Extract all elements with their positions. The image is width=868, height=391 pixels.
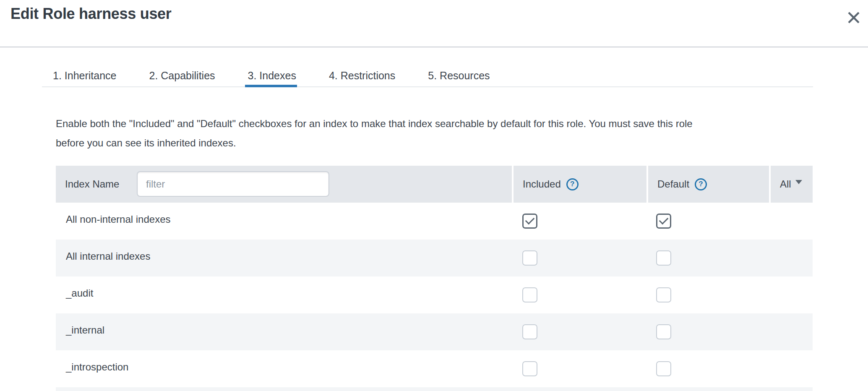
index-name: _audit <box>66 288 93 299</box>
default-checkbox[interactable] <box>656 361 671 376</box>
default-header-label: Default <box>657 178 689 190</box>
included-help-icon[interactable]: ? <box>566 178 579 190</box>
table-row: _audit <box>56 276 813 313</box>
tab-indexes[interactable]: 3. Indexes <box>248 70 296 86</box>
default-help-icon[interactable]: ? <box>695 178 707 190</box>
close-button[interactable] <box>845 9 863 28</box>
description-line: before you can see its inherited indexes… <box>56 133 693 153</box>
included-checkbox[interactable] <box>522 361 537 376</box>
close-icon <box>847 11 860 26</box>
all-dropdown[interactable]: All <box>771 166 813 203</box>
table-body: All non-internal indexesAll internal ind… <box>56 203 813 391</box>
description: Enable both the "Included" and "Default"… <box>56 114 693 153</box>
default-checkbox[interactable] <box>656 250 671 266</box>
description-line: Enable both the "Included" and "Default"… <box>56 114 693 133</box>
included-checkbox[interactable] <box>522 324 537 339</box>
modal-title: Edit Role harness user <box>10 5 172 23</box>
index-name: All non-internal indexes <box>66 214 170 225</box>
filter-input[interactable] <box>137 171 329 197</box>
header-cell-included: Included ? <box>514 166 646 203</box>
caret-down-icon <box>795 180 802 184</box>
header-cell-index-name: Index Name <box>56 166 512 203</box>
table-header: Index Name Included ? Default ? All <box>56 166 813 203</box>
table-row <box>56 387 813 391</box>
all-dropdown-label: All <box>780 178 791 190</box>
table-row: All non-internal indexes <box>56 203 813 240</box>
index-name: _introspection <box>66 362 128 373</box>
tab-capabilities[interactable]: 2. Capabilities <box>149 70 215 86</box>
table-row: _internal <box>56 313 813 350</box>
tab-restrictions[interactable]: 4. Restrictions <box>329 70 395 86</box>
included-checkbox[interactable] <box>522 214 537 229</box>
included-header-label: Included <box>523 178 561 190</box>
tab-bar: 1. Inheritance2. Capabilities3. Indexes4… <box>53 70 490 86</box>
included-checkbox[interactable] <box>522 250 537 266</box>
index-name: _internal <box>66 325 104 336</box>
default-checkbox[interactable] <box>656 287 671 302</box>
included-checkbox[interactable] <box>522 287 537 302</box>
default-checkbox[interactable] <box>656 214 671 229</box>
header-divider <box>0 47 868 47</box>
indexes-table: Index Name Included ? Default ? All All … <box>56 166 813 391</box>
index-name: All internal indexes <box>66 251 150 262</box>
table-row: All internal indexes <box>56 240 813 276</box>
header-cell-default: Default ? <box>648 166 769 203</box>
tab-inheritance[interactable]: 1. Inheritance <box>53 70 117 86</box>
default-checkbox[interactable] <box>656 324 671 339</box>
index-name-header-label: Index Name <box>65 178 119 190</box>
tab-bar-rule <box>42 86 813 87</box>
tab-resources[interactable]: 5. Resources <box>428 70 490 86</box>
table-row: _introspection <box>56 350 813 387</box>
